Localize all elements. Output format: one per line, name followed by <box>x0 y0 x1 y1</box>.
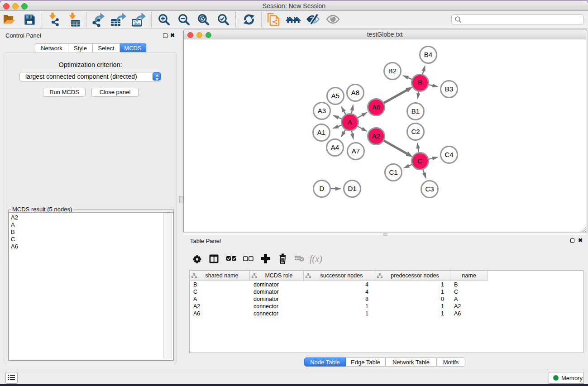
svg-text:B4: B4 <box>424 51 432 58</box>
svg-text:C2: C2 <box>411 128 420 135</box>
svg-text:B2: B2 <box>388 67 397 75</box>
svg-text:f(x): f(x) <box>310 254 322 264</box>
svg-text:C: C <box>418 157 423 165</box>
svg-text:A3: A3 <box>318 107 326 114</box>
svg-text:C3: C3 <box>425 185 434 193</box>
svg-text:A7: A7 <box>352 147 360 155</box>
svg-text:A5: A5 <box>331 92 339 100</box>
svg-text:B3: B3 <box>445 85 453 93</box>
svg-text:D1: D1 <box>348 185 356 192</box>
svg-text:A6: A6 <box>372 103 380 111</box>
svg-text:C4: C4 <box>445 151 453 158</box>
svg-text:A4: A4 <box>331 143 339 151</box>
svg-text:B: B <box>418 79 422 86</box>
svg-text:C1: C1 <box>389 168 397 176</box>
svg-text:D: D <box>320 185 325 192</box>
svg-text:A2: A2 <box>372 132 380 140</box>
svg-text:A: A <box>348 118 352 126</box>
svg-text:A8: A8 <box>351 89 359 96</box>
svg-text:A1: A1 <box>317 129 325 136</box>
svg-text:B1: B1 <box>411 107 420 115</box>
